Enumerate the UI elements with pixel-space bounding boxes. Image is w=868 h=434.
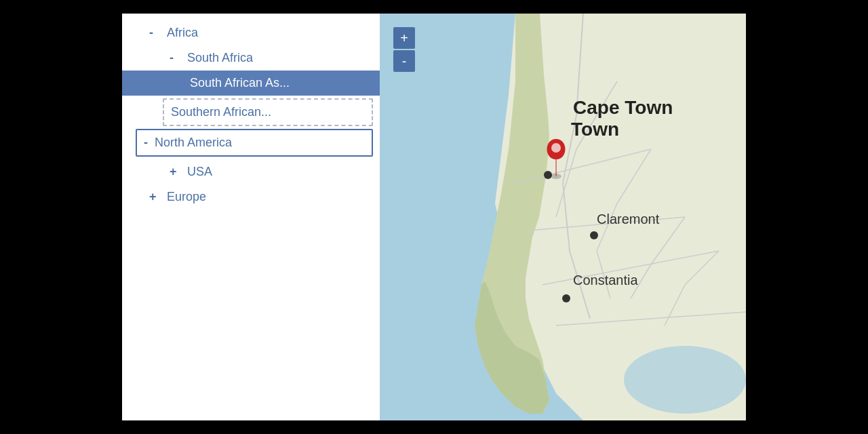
label-europe: Europe: [167, 190, 206, 204]
svg-point-23: [544, 171, 552, 179]
svg-point-27: [551, 143, 561, 153]
toggle-africa: -: [149, 26, 160, 40]
zoom-in-button[interactable]: +: [393, 27, 415, 49]
main-container: - Africa - South Africa South African As…: [122, 14, 746, 420]
sidebar-item-africa[interactable]: - Africa: [122, 20, 380, 45]
zoom-out-button[interactable]: -: [393, 50, 415, 72]
sidebar-item-south-africa[interactable]: - South Africa: [122, 45, 380, 71]
svg-point-25: [562, 294, 570, 302]
map-container: Cape Town Town Claremont Constantia + -: [380, 14, 746, 420]
sidebar-item-usa[interactable]: + USA: [122, 159, 380, 184]
toggle-north-america: -: [144, 136, 148, 150]
label-north-america: North America: [155, 136, 232, 150]
svg-point-24: [590, 231, 598, 239]
sidebar-item-southern-african[interactable]: Southern African...: [163, 98, 373, 126]
label-africa: Africa: [167, 26, 198, 40]
toggle-south-africa: -: [170, 51, 180, 65]
map-svg: Cape Town Town Claremont Constantia: [380, 14, 746, 420]
sidebar-item-europe[interactable]: + Europe: [122, 184, 380, 210]
sidebar: - Africa - South Africa South African As…: [122, 14, 380, 420]
svg-point-21: [624, 346, 746, 414]
label-southern-african: Southern African...: [171, 105, 271, 119]
svg-text:Town: Town: [571, 119, 619, 140]
cape-town-label: Cape Town: [573, 97, 673, 118]
zoom-controls: + -: [393, 27, 415, 73]
toggle-europe: +: [149, 190, 160, 204]
label-south-african-as: South African As...: [190, 76, 290, 90]
sidebar-item-south-african-as[interactable]: South African As...: [122, 71, 380, 96]
label-south-africa: South Africa: [187, 51, 253, 65]
claremont-label: Claremont: [597, 212, 660, 226]
sidebar-item-north-america[interactable]: - North America: [136, 129, 373, 157]
label-usa: USA: [187, 165, 212, 179]
constantia-label: Constantia: [573, 273, 638, 288]
toggle-usa: +: [170, 165, 180, 179]
